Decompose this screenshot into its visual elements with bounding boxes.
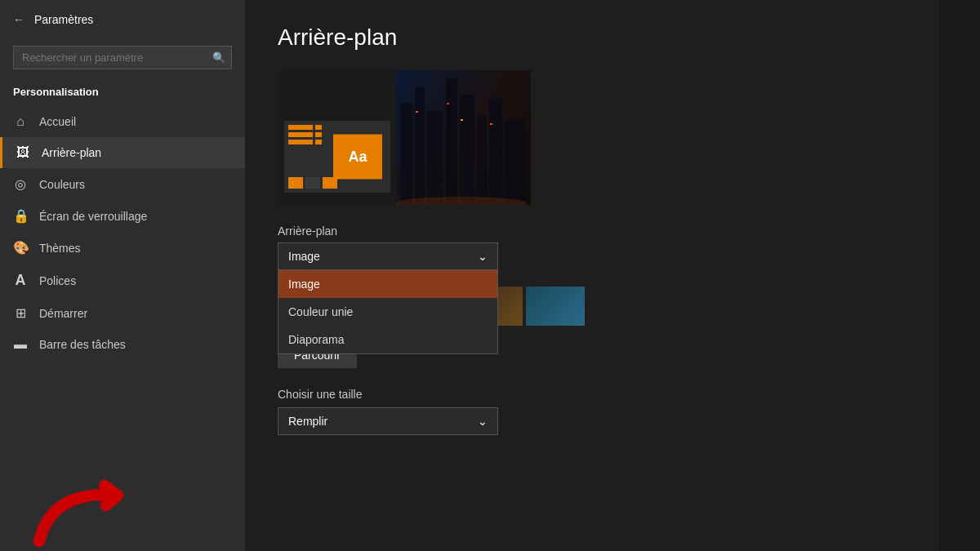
size-dropdown[interactable]: Remplir ⌄ (278, 407, 498, 435)
dropdown-option-image[interactable]: Image (278, 270, 497, 298)
thumbnail-5[interactable] (526, 287, 585, 326)
home-icon: ⌂ (13, 114, 28, 129)
size-selected-text: Remplir (288, 415, 327, 428)
svg-rect-3 (427, 111, 443, 205)
svg-rect-1 (400, 103, 412, 205)
background-label: Arrière-plan (278, 224, 906, 238)
dropdown-option-diaporama[interactable]: Diaporama (278, 326, 497, 353)
fonts-icon: A (13, 272, 28, 289)
dropdown-selected[interactable]: Image ⌄ (278, 242, 498, 270)
svg-rect-6 (477, 115, 487, 205)
city-svg (392, 70, 531, 205)
sidebar-item-themes[interactable]: 🎨 Thèmes (0, 232, 245, 264)
right-panel (939, 0, 980, 551)
themes-icon: 🎨 (13, 240, 28, 256)
svg-rect-2 (415, 87, 425, 205)
sidebar-item-couleurs[interactable]: ◎ Couleurs (0, 168, 245, 200)
svg-marker-0 (105, 484, 121, 507)
svg-rect-9 (416, 111, 418, 113)
sidebar-item-polices[interactable]: A Polices (0, 264, 245, 297)
svg-rect-12 (490, 123, 492, 125)
sidebar-label-demarrer: Démarrer (39, 307, 87, 320)
sidebar-item-ecran-verrouillage[interactable]: 🔒 Écran de verrouillage (0, 200, 245, 232)
back-button[interactable]: ← (13, 13, 24, 26)
background-dropdown[interactable]: Image ⌄ Image Couleur unie Diaporama (278, 242, 498, 270)
sidebar-item-arriere-plan[interactable]: 🖼 Arrière-plan (0, 137, 245, 168)
dropdown-menu: Image Couleur unie Diaporama (278, 270, 498, 354)
size-label: Choisir une taille (278, 388, 906, 401)
start-icon: ⊞ (13, 305, 28, 321)
svg-rect-8 (505, 119, 525, 205)
svg-rect-7 (489, 99, 502, 205)
sidebar-item-accueil[interactable]: ⌂ Accueil (0, 106, 245, 137)
sidebar-label-polices: Polices (39, 274, 76, 287)
sidebar-item-barre-taches[interactable]: ▬ Barre des tâches (0, 329, 245, 360)
sidebar-label-couleurs: Couleurs (39, 178, 85, 191)
wallpaper-icon: 🖼 (16, 145, 30, 160)
sidebar-header: ← Paramètres (0, 0, 245, 39)
chevron-down-icon: ⌄ (478, 250, 488, 263)
svg-rect-4 (446, 78, 457, 205)
svg-rect-11 (461, 119, 463, 121)
sidebar-title: Paramètres (34, 13, 93, 26)
svg-rect-10 (447, 103, 449, 104)
search-container: 🔍 (13, 46, 232, 69)
sidebar-nav: ⌂ Accueil 🖼 Arrière-plan ◎ Couleurs 🔒 Éc… (0, 106, 245, 360)
preview-container: Aa (278, 70, 531, 205)
sidebar: ← Paramètres 🔍 Personnalisation ⌂ Accuei… (0, 0, 245, 551)
search-icon: 🔍 (212, 51, 225, 64)
sidebar-label-ecran-verrouillage: Écran de verrouillage (39, 210, 147, 223)
page-title: Arrière-plan (278, 24, 906, 51)
theme-preview-block: Aa (284, 121, 390, 193)
sidebar-label-accueil: Accueil (39, 115, 76, 128)
size-chevron-icon: ⌄ (478, 415, 488, 428)
red-arrow (0, 437, 212, 551)
colors-icon: ◎ (13, 176, 28, 192)
preview-bg: Aa (278, 70, 531, 205)
main-content: Arrière-plan (245, 0, 939, 551)
dropdown-option-couleur-unie[interactable]: Couleur unie (278, 298, 497, 326)
lock-icon: 🔒 (13, 208, 28, 224)
taskbar-icon: ▬ (13, 337, 28, 352)
sidebar-label-themes: Thèmes (39, 242, 81, 255)
dropdown-selected-text: Image (288, 250, 320, 263)
sidebar-label-arriere-plan: Arrière-plan (42, 146, 101, 159)
sidebar-item-demarrer[interactable]: ⊞ Démarrer (0, 297, 245, 329)
search-input[interactable] (13, 46, 232, 69)
svg-rect-5 (460, 95, 474, 205)
sidebar-label-barre-taches: Barre des tâches (39, 338, 126, 351)
aa-label: Aa (333, 135, 382, 180)
section-title: Personnalisation (0, 79, 245, 106)
